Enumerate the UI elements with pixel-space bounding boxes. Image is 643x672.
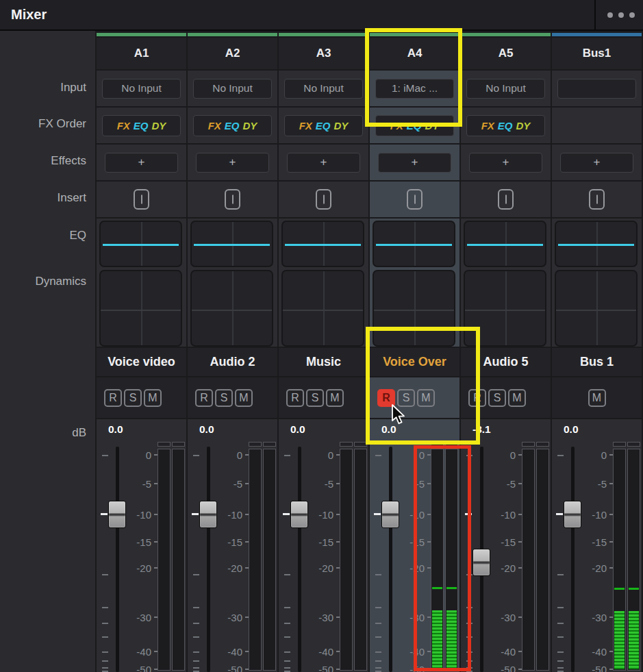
- channel-header[interactable]: A1: [97, 38, 186, 69]
- fader-knob[interactable]: [199, 501, 217, 528]
- dynamics-thumbnail[interactable]: [555, 270, 638, 347]
- fx-label: FX: [208, 120, 221, 132]
- fader-knob[interactable]: [472, 549, 490, 576]
- add-effect-button[interactable]: +: [469, 153, 542, 173]
- fader-tick: [193, 455, 199, 456]
- scale-label: -40: [318, 646, 333, 658]
- eq-curve-thumbnail[interactable]: [190, 221, 273, 267]
- fader-track[interactable]: [571, 447, 575, 672]
- scale-label: -30: [318, 612, 333, 623]
- channel-header[interactable]: A2: [188, 38, 277, 69]
- insert-toggle-button[interactable]: [589, 189, 605, 210]
- channel-header[interactable]: Bus1: [552, 38, 642, 69]
- fader-knob[interactable]: [564, 501, 581, 528]
- input-select-button[interactable]: No Input: [284, 79, 363, 99]
- fader-knob[interactable]: [381, 501, 399, 528]
- rsm-m-button[interactable]: M: [144, 389, 162, 407]
- rsm-s-button[interactable]: S: [306, 389, 324, 407]
- rsm-m-button[interactable]: M: [235, 389, 253, 407]
- eq-curve-thumbnail[interactable]: [373, 221, 455, 267]
- ellipsis-icon: [618, 12, 624, 18]
- insert-toggle-button[interactable]: [225, 189, 240, 210]
- fx-order-button[interactable]: FX EQ DY: [193, 115, 272, 136]
- add-effect-button[interactable]: +: [378, 153, 451, 173]
- fader-zone: 0.0 0-5-10-15-20-30-40-50: [552, 419, 642, 672]
- eq-curve-thumbnail[interactable]: [464, 221, 546, 267]
- row-label-input: Input: [0, 81, 86, 95]
- dynamics-thumbnail[interactable]: [281, 270, 364, 347]
- track-name[interactable]: Bus 1: [552, 348, 642, 376]
- fader-tick: [557, 574, 564, 575]
- rsm-r-button[interactable]: R: [104, 389, 122, 407]
- channel-header[interactable]: A3: [279, 38, 368, 69]
- db-value[interactable]: 0.0: [564, 423, 579, 436]
- db-value[interactable]: 0.0: [199, 423, 214, 436]
- track-name[interactable]: Audio 2: [188, 348, 277, 376]
- insert-cell: [370, 182, 459, 217]
- fx-order-button[interactable]: FX EQ DY: [284, 115, 363, 136]
- eq-flat-curve: [467, 244, 543, 246]
- fader-track[interactable]: [298, 447, 301, 672]
- level-meter-right: [354, 449, 367, 671]
- input-select-button[interactable]: No Input: [193, 79, 272, 99]
- rsm-s-button[interactable]: S: [215, 389, 233, 407]
- insert-toggle-button[interactable]: [407, 189, 423, 210]
- eq-curve-thumbnail[interactable]: [555, 221, 638, 267]
- track-color-strip: [97, 33, 186, 36]
- add-effect-button[interactable]: +: [287, 153, 360, 173]
- insert-toggle-button[interactable]: [134, 189, 149, 210]
- rsm-m-button[interactable]: M: [508, 389, 526, 407]
- insert-toggle-button[interactable]: [316, 189, 331, 210]
- insert-toggle-button[interactable]: [498, 189, 514, 210]
- rsm-button-row: RSM: [279, 377, 368, 418]
- meter-peak-line: [629, 588, 639, 590]
- rsm-s-button[interactable]: S: [124, 389, 142, 407]
- row-label-effects: Effects: [0, 154, 86, 168]
- fader-track[interactable]: [116, 447, 119, 672]
- fader-knob[interactable]: [108, 501, 126, 528]
- rsm-s-button[interactable]: S: [488, 389, 506, 407]
- fader-tick: [193, 636, 199, 638]
- insert-cell: [97, 182, 186, 217]
- fader-track[interactable]: [389, 447, 392, 672]
- add-effect-button[interactable]: +: [105, 153, 178, 173]
- add-effect-button[interactable]: +: [560, 153, 633, 173]
- fader-track[interactable]: [207, 447, 210, 672]
- plus-icon: +: [503, 155, 509, 169]
- rsm-r-button[interactable]: R: [286, 389, 304, 407]
- channel-strip-a2: A2 No Input FX EQ DY + Au: [188, 31, 277, 672]
- eq-curve-thumbnail[interactable]: [99, 221, 182, 267]
- panel-title: Mixer: [11, 0, 47, 29]
- input-select-button[interactable]: No Input: [102, 79, 181, 99]
- mixer-options-button[interactable]: [607, 0, 635, 29]
- fx-order-button[interactable]: FX EQ DY: [466, 115, 545, 136]
- scale-label: -15: [136, 536, 151, 548]
- track-name[interactable]: Music: [279, 348, 368, 376]
- scale-label: -40: [227, 646, 242, 658]
- fader-knob[interactable]: [290, 501, 308, 528]
- dynamics-thumbnail[interactable]: [190, 270, 273, 347]
- fx-order-button[interactable]: FX EQ DY: [102, 115, 181, 136]
- channel-header[interactable]: A5: [461, 38, 551, 69]
- input-cell: [552, 71, 642, 106]
- add-effect-button[interactable]: +: [196, 153, 269, 173]
- db-value[interactable]: 0.0: [108, 423, 123, 436]
- fader-tick: [284, 455, 290, 456]
- dynamics-thumbnail[interactable]: [99, 270, 182, 347]
- scale-label: 0: [146, 449, 151, 461]
- clip-indicator-left: [613, 442, 626, 447]
- input-select-button[interactable]: [557, 79, 636, 99]
- eq-curve-thumbnail[interactable]: [281, 221, 364, 267]
- scale-label: -5: [325, 478, 333, 490]
- graphs-cell: [279, 219, 368, 347]
- rsm-m-button[interactable]: M: [326, 389, 344, 407]
- track-name[interactable]: Voice video: [97, 348, 186, 376]
- rsm-m-button[interactable]: M: [588, 389, 606, 407]
- input-select-button[interactable]: No Input: [466, 79, 545, 99]
- fader-tick: [284, 667, 290, 669]
- dynamics-grid-line: [141, 271, 142, 345]
- rsm-r-button[interactable]: R: [195, 389, 213, 407]
- fader-tick: [284, 574, 290, 575]
- scale-label: -20: [501, 562, 516, 574]
- db-value[interactable]: 0.0: [290, 423, 305, 436]
